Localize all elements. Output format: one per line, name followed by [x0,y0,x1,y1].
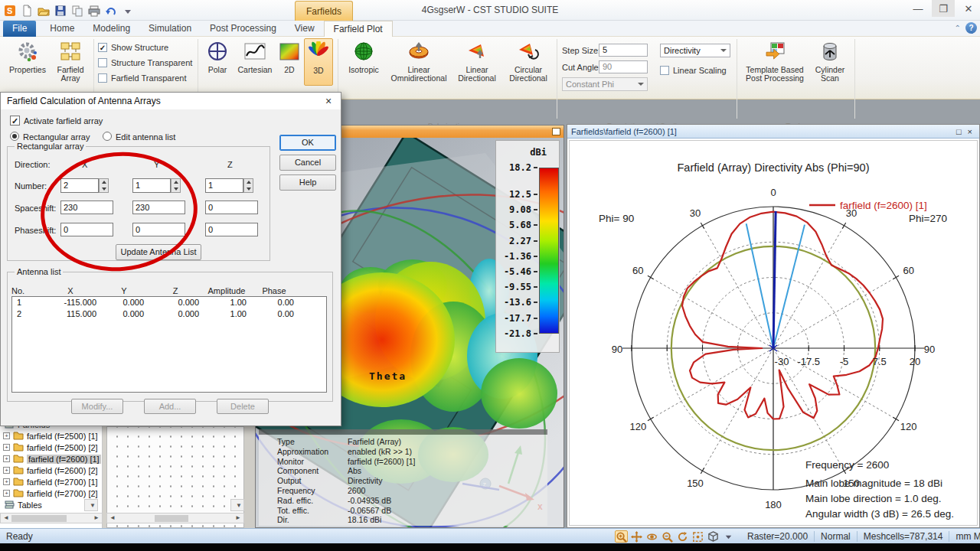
ok-button[interactable]: OK [279,135,336,151]
linear-directional-button[interactable]: Linear Directional [452,38,501,86]
close-icon[interactable]: × [322,95,335,107]
expand-icon[interactable]: + [3,432,10,439]
gear-icon [16,41,39,64]
tree-item[interactable]: +farfield (f=2700) [2] [0,487,102,499]
open-icon[interactable] [37,4,51,18]
expand-icon[interactable]: + [3,467,10,474]
number-z-spinner[interactable] [243,178,253,193]
template-based-post-processing-button[interactable]: Template Based Post Processing [743,38,807,86]
antenna-table[interactable]: 1-115.0000.0000.0001.000.002115.0000.000… [11,296,327,393]
restore-window-icon[interactable] [552,128,560,135]
number-x-input[interactable]: 2 [60,178,99,193]
phaseshift-y-input[interactable]: 0 [132,223,185,236]
letterbox [0,543,980,551]
tree-item[interactable]: +farfield (f=2500) [2] [0,442,102,453]
zoom-out-icon[interactable] [661,530,674,543]
restore-button[interactable]: ❐ [932,0,955,17]
phaseshift-x-input[interactable]: 0 [60,223,113,236]
number-y-input[interactable]: 1 [132,178,171,193]
polar-plot-area[interactable]: Farfield (Array) Directivity Abs (Phi=90… [569,140,978,526]
linear-omnidirectional-button[interactable]: Linear Omnidirectional [387,38,451,86]
tab-home[interactable]: Home [41,21,83,37]
undo-icon[interactable] [104,4,118,18]
linear-scaling-checkbox[interactable]: Linear Scaling [660,66,727,75]
tab-farfield-plot[interactable]: Farfield Plot [324,21,393,37]
expand-icon[interactable]: + [3,490,10,497]
tab-post-processing[interactable]: Post Processing [201,21,286,37]
tree-item[interactable]: +farfield (f=2600) [1] [0,453,102,465]
show-structure-checkbox[interactable]: ✓ Show Structure [98,43,168,52]
help-button[interactable]: Help [279,174,336,191]
cst-logo-icon[interactable]: S [3,4,17,18]
cut-angle-input[interactable]: 90 [599,60,648,73]
delete-button[interactable]: Delete [217,399,269,414]
svg-text:Theta / Degree vs. dBi: Theta / Degree vs. dBi [717,523,820,525]
cylinder-scan-button[interactable]: Cylinder Scan [810,38,850,86]
polar-window-title-bar[interactable]: Farfields\farfield (f=2600) [1] □ × [567,125,979,139]
2d-plot-button[interactable]: 2D [276,38,302,86]
polar-plot-button[interactable]: Polar [201,38,234,86]
schematic-scroll-down-arrow[interactable]: ▼ [230,499,244,511]
pan-icon[interactable] [630,530,643,543]
farfield-transparent-checkbox[interactable]: Farfield Transparent [98,73,186,83]
tab-simulation[interactable]: Simulation [139,21,201,37]
expand-icon[interactable]: + [3,444,10,451]
farfield-array-button[interactable]: Farfield Array [51,38,90,86]
add-button[interactable]: Add... [144,399,196,414]
tab-file[interactable]: File [3,21,36,37]
schematic-horizontal-scrollbar[interactable]: ◄► [106,513,244,523]
antenna-cell: 0.000 [101,309,144,318]
phaseshift-z-input[interactable]: 0 [205,223,258,236]
spin-icon[interactable] [676,530,689,543]
isotropic-button[interactable]: Isotropic [342,38,385,86]
tree-item[interactable]: +farfield (f=2600) [2] [0,465,102,476]
tree-item[interactable]: +farfield (f=2500) [1] [0,430,102,442]
tab-modeling[interactable]: Modeling [83,21,139,37]
tree-item[interactable]: Farfields [0,426,102,430]
number-z-input[interactable]: 1 [205,178,243,193]
orbit-icon[interactable] [645,530,658,543]
update-antenna-list-button[interactable]: Update Antenna List [116,244,201,260]
3d-plot-button[interactable]: 3D [304,38,333,86]
close-button[interactable]: ✕ [957,0,980,17]
new-document-icon[interactable] [20,4,34,18]
edit-antenna-list-radio[interactable] [103,132,112,141]
minimize-button[interactable]: — [906,0,929,17]
spaceshift-x-input[interactable]: 230 [60,201,113,214]
tree-scroll-down-arrow[interactable]: ▼ [84,499,98,511]
number-y-spinner[interactable] [171,178,181,193]
save-icon[interactable] [54,4,67,18]
help-icon[interactable]: ? [965,22,977,34]
copy-icon[interactable] [70,4,84,18]
antenna-row[interactable]: 1-115.0000.0000.0001.000.00 [12,297,326,308]
zoom-in-icon[interactable] [615,530,628,543]
expand-icon[interactable]: + [3,455,10,462]
maximize-icon[interactable]: □ [953,127,965,136]
modify-button[interactable]: Modify... [71,399,123,414]
print-icon[interactable] [87,4,101,18]
expand-icon[interactable]: + [3,478,10,485]
cube-icon[interactable] [707,530,720,543]
cartesian-plot-button[interactable]: Cartesian [235,38,275,86]
cancel-button[interactable]: Cancel [279,155,336,171]
close-icon[interactable]: × [965,127,975,136]
phi-mode-dropdown[interactable]: Constant Phi [562,77,648,91]
collapse-ribbon-icon[interactable]: ⌃ [955,24,961,32]
activate-farfield-array-checkbox[interactable]: ✓ [10,116,20,126]
rectangular-array-radio[interactable] [10,132,19,141]
structure-transparent-checkbox[interactable]: Structure Transparent [98,58,192,67]
step-size-input[interactable]: 5 [599,44,648,57]
antenna-row[interactable]: 2115.0000.0000.0001.000.00 [12,308,326,320]
spaceshift-z-input[interactable]: 0 [205,201,258,214]
dropdown-icon[interactable] [722,530,735,543]
more-icon[interactable] [121,4,135,18]
tree-horizontal-scrollbar[interactable]: ◄► [0,513,103,523]
circular-directional-button[interactable]: Circular Directional [503,38,554,86]
tab-view[interactable]: View [286,21,324,37]
number-x-spinner[interactable] [99,178,109,193]
tree-item[interactable]: +farfield (f=2700) [1] [0,476,102,487]
spaceshift-y-input[interactable]: 230 [132,201,185,214]
fit-icon[interactable] [691,530,704,543]
plot-mode-dropdown[interactable]: Directivity [660,44,730,57]
properties-button[interactable]: Properties [6,38,49,86]
